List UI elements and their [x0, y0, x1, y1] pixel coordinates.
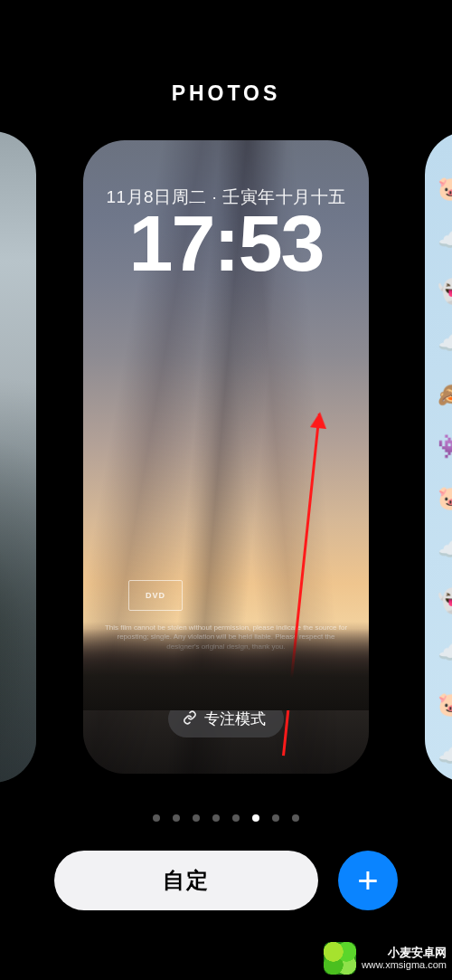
emoji-icon: 👾: [438, 434, 452, 458]
watermark-logo-icon: [324, 942, 356, 975]
watermark-line2: www.xmsigma.com: [362, 959, 447, 971]
wallpaper-card-prev[interactable]: [0, 131, 36, 783]
emoji-icon: 🐷: [438, 486, 452, 509]
emoji-icon: ☁️: [438, 538, 452, 561]
page-indicator: [0, 814, 452, 822]
add-wallpaper-button[interactable]: +: [338, 851, 398, 910]
page-dot[interactable]: [212, 814, 220, 822]
watermark-line1: 小麦安卓网: [362, 946, 447, 960]
dvd-logo: DVD: [128, 580, 183, 611]
wallpaper-carousel[interactable]: 11月8日周二 · 壬寅年十月十五 17:53 DVD This film ca…: [0, 131, 452, 792]
page-dot[interactable]: [153, 814, 160, 822]
watermark: 小麦安卓网 www.xmsigma.com: [324, 942, 447, 975]
page-dot[interactable]: [232, 814, 240, 822]
page-dot[interactable]: [252, 814, 259, 822]
lockscreen-time: 17:53: [83, 204, 369, 283]
bottom-toolbar: 自定 +: [0, 851, 452, 910]
wallpaper-gallery-screen: PHOTOS 11月8日周二 · 壬寅年十月十五 17:53 DVD This …: [0, 0, 452, 980]
wallpaper-caption: This film cannot be stolen without permi…: [101, 623, 351, 652]
link-icon: [183, 710, 197, 728]
page-dot[interactable]: [292, 814, 299, 822]
page-dot[interactable]: [272, 814, 279, 822]
emoji-icon: 🐷: [438, 176, 452, 200]
focus-mode-button[interactable]: 专注模式: [168, 700, 284, 737]
lockscreen-preview: 11月8日周二 · 壬寅年十月十五 17:53 DVD This film ca…: [83, 140, 369, 774]
emoji-icon: ☁️: [438, 641, 452, 664]
page-dot[interactable]: [173, 814, 180, 822]
emoji-icon: 👻: [438, 589, 452, 613]
emoji-icon: ☁️: [438, 744, 452, 767]
emoji-column: 🐷☁️👻☁️🙈👾🐷☁️👻☁️🐷☁️: [438, 176, 452, 767]
emoji-icon: ☁️: [438, 228, 452, 252]
swipe-up-annotation-arrow: [282, 414, 320, 756]
emoji-icon: 👻: [438, 280, 452, 303]
category-title: PHOTOS: [0, 81, 452, 106]
wallpaper-card-current[interactable]: 11月8日周二 · 壬寅年十月十五 17:53 DVD This film ca…: [74, 131, 378, 783]
customize-button[interactable]: 自定: [54, 851, 318, 910]
focus-mode-label: 专注模式: [204, 709, 266, 729]
emoji-icon: ☁️: [438, 331, 452, 355]
wallpaper-card-next[interactable]: 🐷☁️👻☁️🙈👾🐷☁️👻☁️🐷☁️: [425, 131, 452, 783]
emoji-icon: 🐷: [438, 692, 452, 716]
emoji-icon: 🙈: [438, 383, 452, 406]
page-dot[interactable]: [193, 814, 200, 822]
